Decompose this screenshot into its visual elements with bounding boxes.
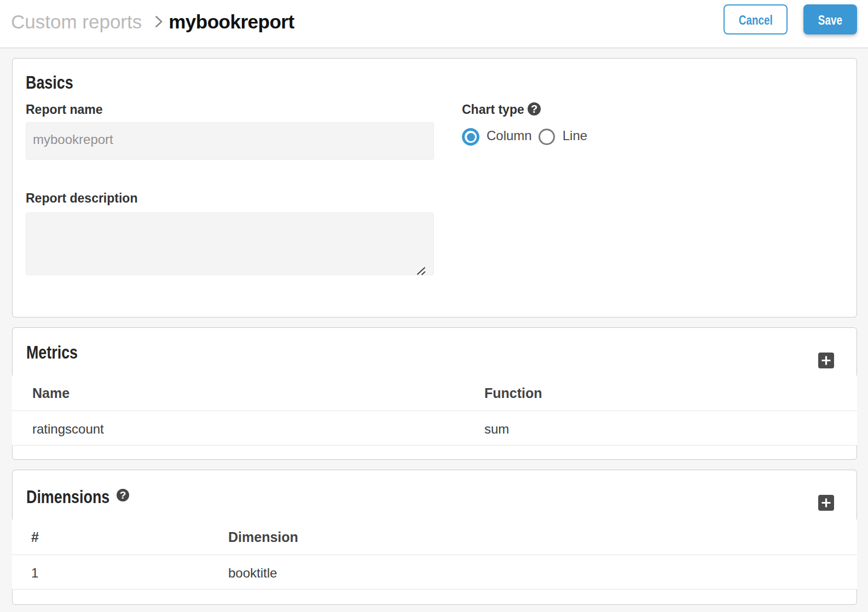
dimensions-title: Dimensions	[13, 470, 857, 508]
metrics-title: Metrics	[13, 328, 857, 363]
dimension-name-cell: booktitle	[228, 565, 857, 581]
chevron-right-icon	[155, 15, 163, 28]
basics-card: Basics Report name Report description Ch…	[12, 58, 857, 317]
dimensions-row[interactable]: 1 booktitle	[12, 555, 857, 590]
plus-icon	[821, 355, 831, 366]
metrics-col-name: Name	[12, 385, 484, 401]
metrics-row[interactable]: ratingscount sum	[12, 411, 857, 446]
chart-type-options: Column Line	[462, 128, 843, 146]
breadcrumb: Custom reports mybookreport	[11, 0, 294, 48]
save-button[interactable]: Save	[803, 4, 857, 34]
metric-name-cell: ratingscount	[12, 422, 484, 437]
report-name-input[interactable]	[26, 122, 434, 160]
dimensions-col-dimension: Dimension	[228, 529, 857, 545]
add-metric-button[interactable]	[818, 353, 834, 368]
dimensions-table: # Dimension 1 booktitle	[12, 519, 857, 590]
dimensions-col-index: #	[12, 529, 228, 545]
report-description-textarea[interactable]	[26, 212, 434, 275]
dimensions-card: Dimensions ? # Dimension 1 booktitle	[12, 470, 857, 605]
topbar-actions: Cancel Save	[724, 4, 857, 34]
metrics-table: Name Function ratingscount sum	[12, 376, 857, 446]
cancel-button[interactable]: Cancel	[724, 4, 788, 34]
report-editor: Basics Report name Report description Ch…	[0, 48, 868, 605]
breadcrumb-parent[interactable]: Custom reports	[11, 11, 142, 33]
radio-column-label[interactable]: Column	[487, 128, 532, 143]
dimensions-table-header: # Dimension	[12, 519, 857, 555]
radio-line-label[interactable]: Line	[563, 128, 587, 143]
chart-type-help-icon[interactable]: ?	[528, 102, 541, 116]
radio-line[interactable]	[539, 129, 555, 145]
chart-type-label: Chart type	[462, 102, 843, 117]
metrics-table-header: Name Function	[12, 376, 857, 411]
dimensions-help-icon[interactable]: ?	[117, 489, 129, 501]
basics-title: Basics	[26, 71, 843, 94]
metrics-col-function: Function	[484, 385, 857, 401]
metric-function-cell: sum	[484, 422, 857, 437]
breadcrumb-current: mybookreport	[169, 11, 294, 33]
report-name-label: Report name	[26, 102, 434, 117]
report-description-label: Report description	[26, 190, 434, 206]
radio-column[interactable]	[462, 128, 479, 146]
metrics-card: Metrics Name Function ratingscount sum	[12, 327, 857, 460]
plus-icon	[821, 498, 831, 508]
dimension-index-cell: 1	[12, 565, 228, 581]
add-dimension-button[interactable]	[818, 495, 834, 511]
topbar: Custom reports mybookreport Cancel Save	[0, 0, 868, 48]
